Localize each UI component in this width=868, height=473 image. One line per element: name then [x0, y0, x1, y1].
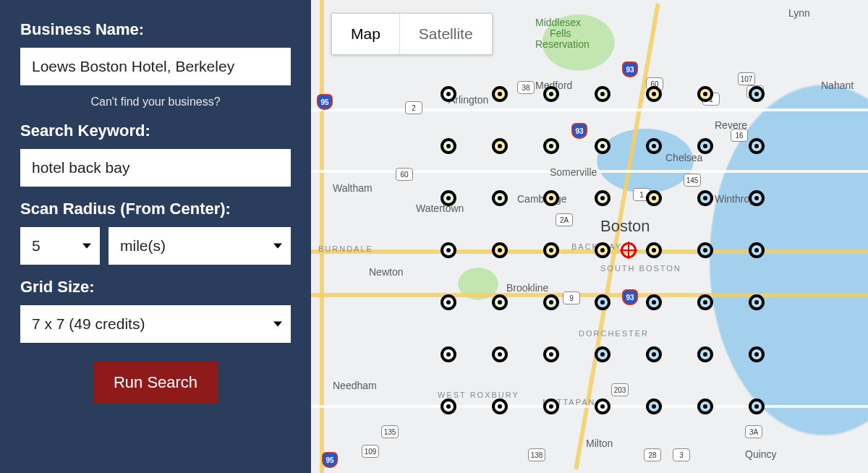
grid-size-group: Grid Size: 7 x 7 (49 credits) [20, 278, 291, 343]
grid-point[interactable] [749, 346, 765, 362]
grid-point[interactable] [646, 242, 662, 258]
grid-point[interactable] [543, 399, 559, 414]
grid-point[interactable] [697, 346, 713, 362]
grid-size-select[interactable]: 7 x 7 (49 credits) [20, 305, 291, 343]
map-pane[interactable]: Boston Arlington Medford Revere Chelsea … [311, 0, 868, 473]
chevron-down-icon [82, 244, 91, 249]
grid-point[interactable] [595, 346, 610, 362]
grid-point[interactable] [646, 399, 662, 414]
grid-point[interactable] [543, 138, 559, 154]
grid-point[interactable] [749, 138, 765, 154]
grid-point[interactable] [595, 190, 610, 206]
app-root: Business Name: Can't find your business?… [0, 0, 868, 473]
grid-point[interactable] [646, 294, 662, 310]
grid-point[interactable] [543, 346, 559, 362]
grid-point[interactable] [492, 190, 508, 206]
business-name-group: Business Name: Can't find your business? [20, 20, 291, 108]
grid-point[interactable] [543, 86, 559, 102]
business-helper-link[interactable]: Can't find your business? [20, 95, 291, 108]
search-keyword-label: Search Keyword: [20, 122, 291, 140]
scan-radius-group: Scan Radius (From Center): 5 mile(s) [20, 200, 291, 265]
grid-points-layer [311, 0, 868, 473]
grid-point[interactable] [492, 86, 508, 102]
grid-point[interactable] [595, 138, 610, 154]
run-search-button[interactable]: Run Search [93, 362, 218, 404]
grid-point[interactable] [697, 190, 713, 206]
grid-size-label: Grid Size: [20, 278, 291, 297]
radius-unit-select[interactable]: mile(s) [109, 227, 291, 265]
search-keyword-group: Search Keyword: [20, 122, 291, 187]
grid-point[interactable] [441, 86, 456, 102]
grid-point[interactable] [749, 399, 765, 414]
grid-point[interactable] [646, 190, 662, 206]
grid-point[interactable] [595, 294, 610, 310]
scan-radius-row: 5 mile(s) [20, 227, 291, 265]
chevron-down-icon [273, 322, 282, 327]
grid-point[interactable] [595, 399, 610, 414]
grid-point[interactable] [697, 242, 713, 258]
search-keyword-input[interactable] [20, 149, 291, 187]
grid-point[interactable] [749, 294, 765, 310]
grid-point[interactable] [492, 242, 508, 258]
grid-point[interactable] [492, 294, 508, 310]
grid-point[interactable] [749, 86, 765, 102]
business-name-input[interactable] [20, 48, 291, 85]
chevron-down-icon [273, 244, 282, 249]
grid-point[interactable] [697, 138, 713, 154]
grid-point[interactable] [441, 138, 456, 154]
grid-point[interactable] [749, 190, 765, 206]
grid-point[interactable] [543, 242, 559, 258]
grid-point[interactable] [441, 399, 456, 414]
grid-point[interactable] [441, 190, 456, 206]
grid-point[interactable] [646, 346, 662, 362]
grid-point[interactable] [543, 190, 559, 206]
grid-point[interactable] [441, 242, 456, 258]
grid-point[interactable] [543, 294, 559, 310]
sidebar: Business Name: Can't find your business?… [0, 0, 311, 473]
grid-size-text: 7 x 7 (49 credits) [20, 315, 291, 333]
grid-point[interactable] [697, 86, 713, 102]
grid-point[interactable] [492, 399, 508, 414]
grid-point[interactable] [749, 242, 765, 258]
grid-point[interactable] [441, 346, 456, 362]
grid-point[interactable] [595, 242, 610, 258]
grid-point[interactable] [697, 294, 713, 310]
grid-point[interactable] [441, 294, 456, 310]
radius-value-select[interactable]: 5 [20, 227, 100, 265]
grid-point[interactable] [646, 138, 662, 154]
business-name-label: Business Name: [20, 20, 291, 39]
grid-point[interactable] [595, 86, 610, 102]
center-crosshair-icon [621, 242, 637, 258]
grid-point[interactable] [492, 346, 508, 362]
radius-unit-text: mile(s) [109, 237, 291, 255]
grid-point[interactable] [646, 86, 662, 102]
scan-radius-label: Scan Radius (From Center): [20, 200, 291, 218]
grid-point[interactable] [492, 138, 508, 154]
grid-point[interactable] [697, 399, 713, 414]
